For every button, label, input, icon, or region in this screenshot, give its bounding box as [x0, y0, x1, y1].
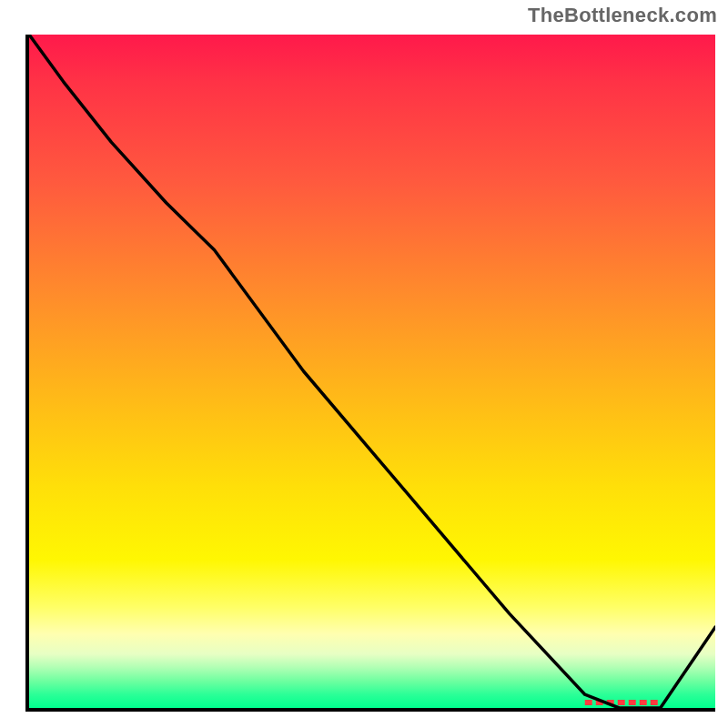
bottleneck-curve — [29, 35, 715, 708]
curve-layer — [29, 35, 715, 708]
source-label: TheBottleneck.com — [528, 4, 717, 27]
chart-frame: TheBottleneck.com — [0, 0, 728, 728]
plot-area — [25, 35, 715, 712]
